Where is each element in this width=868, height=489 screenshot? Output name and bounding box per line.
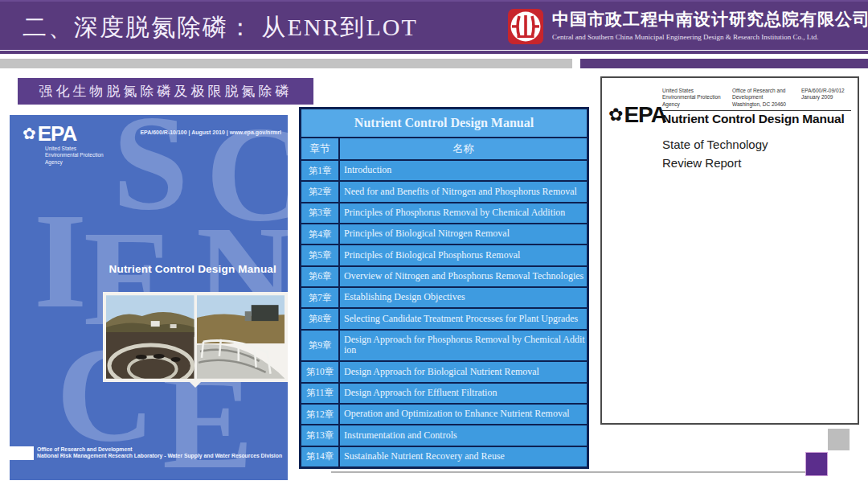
toc-table-title: Nutrient Control Design Manual bbox=[301, 109, 587, 138]
accent-square-gray bbox=[828, 429, 850, 450]
company-brand: 中国市政工程中南设计研究总院有限公司 Central and Southern … bbox=[507, 8, 868, 45]
name-cell: Design Approach for Phosphorus Removal b… bbox=[340, 331, 587, 361]
epa-flower-icon: ✿ bbox=[608, 106, 623, 124]
table-row: 第11章 Design Approach for Effluent Filtra… bbox=[301, 384, 587, 405]
chapter-cell: 第5章 bbox=[301, 245, 340, 265]
report-subtitle: State of Technology Review Report bbox=[662, 136, 768, 172]
chapter-cell: 第2章 bbox=[301, 182, 340, 201]
chapter-cell: 第11章 bbox=[301, 384, 340, 403]
photo-plant-walkway bbox=[197, 295, 285, 379]
name-cell: Selecting Candidate Treatment Processes … bbox=[340, 309, 587, 328]
chapter-cell: 第13章 bbox=[301, 425, 340, 445]
epa-wordmark: EPA bbox=[624, 104, 666, 126]
table-row: 第4章 Principles of Biological Nitrogen Re… bbox=[301, 224, 587, 245]
cover-photos bbox=[103, 292, 288, 382]
name-cell: Design Approach for Biological Nutrient … bbox=[340, 362, 587, 381]
company-name-en: Central and Southern China Municipal Eng… bbox=[552, 33, 868, 41]
chapter-cell: 第6章 bbox=[301, 267, 340, 286]
name-cell: Establishing Design Objectives bbox=[340, 288, 587, 307]
report-meta-office: Office of Research and Development Washi… bbox=[732, 88, 786, 108]
table-row: 第14章 Sustainable Nutrient Recovery and R… bbox=[301, 447, 587, 466]
name-cell: Principles of Biological Phosphorus Remo… bbox=[340, 245, 587, 265]
divider-bar-gray bbox=[0, 59, 572, 68]
epa-logo-black: ✿ EPA bbox=[608, 104, 666, 126]
report-meta-docnumber: EPA/600/R-09/012 January 2009 bbox=[801, 88, 845, 101]
table-row: 第6章 Overview of Nitrogen and Phosphorus … bbox=[301, 267, 587, 288]
col-header-chapter: 章节 bbox=[301, 138, 340, 159]
name-cell: Principles of Biological Nitrogen Remova… bbox=[340, 224, 587, 244]
company-logo-icon bbox=[507, 8, 544, 45]
cover-doc-ref: EPA/600/R-10/100 | August 2010 | www.epa… bbox=[140, 129, 281, 135]
epa-wordmark: EPA bbox=[38, 123, 77, 144]
chapter-cell: 第4章 bbox=[301, 224, 340, 244]
epa-manual-cover: SCIENCE ✿ EPA United States Environmenta… bbox=[10, 115, 288, 480]
divider-bar-purple bbox=[580, 59, 868, 68]
company-name: 中国市政工程中南设计研究总院有限公司 Central and Southern … bbox=[552, 8, 868, 41]
chapter-cell: 第9章 bbox=[301, 331, 340, 361]
table-row: 第8章 Selecting Candidate Treatment Proces… bbox=[301, 309, 587, 330]
header-rule bbox=[0, 51, 868, 54]
name-cell: Instrumentation and Controls bbox=[340, 425, 587, 445]
cover-footer-text: Office of Research and Development Natio… bbox=[37, 446, 282, 460]
epa-agency-lines: United States Environmental Protection A… bbox=[45, 146, 104, 166]
chapter-cell: 第1章 bbox=[301, 161, 340, 180]
company-name-cn: 中国市政工程中南设计研究总院有限公司 bbox=[552, 8, 868, 31]
table-row: 第7章 Establishing Design Objectives bbox=[301, 288, 587, 309]
section-label: 强化生物脱氮除磷及极限脱氮除磷 bbox=[18, 78, 313, 105]
name-cell: Overview of Nitrogen and Phosphorus Remo… bbox=[340, 267, 587, 286]
epa-flower-icon: ✿ bbox=[23, 125, 36, 142]
table-row: 第2章 Need for and Benefits of Nitrogen an… bbox=[301, 182, 587, 203]
accent-square-purple bbox=[805, 452, 828, 476]
name-cell: Sustainable Nutrient Recovery and Reuse bbox=[340, 447, 587, 466]
table-row: 第9章 Design Approach for Phosphorus Remov… bbox=[301, 331, 587, 363]
toc-table-header-row: 章节 名称 bbox=[301, 138, 587, 161]
table-row: 第3章 Principles of Phosphorus Removal by … bbox=[301, 203, 587, 224]
cover-photos-notch bbox=[188, 380, 203, 388]
name-cell: Introduction bbox=[340, 161, 587, 180]
report-rule bbox=[662, 110, 851, 111]
chapter-cell: 第14章 bbox=[301, 447, 340, 466]
watermark-letter: I bbox=[34, 192, 87, 329]
presentation-slide: 二、深度脱氮除磷： 从ENR到LOT 中国市政工程中南设计研究总院有限公司 Ce… bbox=[0, 0, 868, 489]
name-cell: Principles of Phosphorus Removal by Chem… bbox=[340, 203, 587, 223]
chapter-cell: 第10章 bbox=[301, 362, 340, 381]
chapter-cell: 第8章 bbox=[301, 309, 340, 328]
name-cell: Design Approach for Effluent Filtration bbox=[340, 384, 587, 403]
cover-footer-bar bbox=[10, 446, 34, 460]
photo-oxidation-ditch bbox=[106, 295, 194, 379]
report-title: Nutrient Control Design Manual bbox=[662, 112, 845, 126]
table-row: 第13章 Instrumentation and Controls bbox=[301, 425, 587, 446]
header-band: 二、深度脱氮除磷： 从ENR到LOT 中国市政工程中南设计研究总院有限公司 Ce… bbox=[0, 0, 868, 50]
name-cell: Need for and Benefits of Nitrogen and Ph… bbox=[340, 182, 587, 201]
toc-table: Nutrient Control Design Manual 章节 名称 第1章… bbox=[299, 107, 589, 469]
chapter-cell: 第3章 bbox=[301, 203, 340, 223]
chapter-cell: 第7章 bbox=[301, 288, 340, 307]
report-page: United States Environmental Protection A… bbox=[600, 76, 859, 425]
cover-title: Nutrient Control Design Manual bbox=[109, 263, 277, 275]
report-meta-agency: United States Environmental Protection A… bbox=[662, 88, 721, 108]
table-row: 第1章 Introduction bbox=[301, 161, 587, 182]
table-row: 第5章 Principles of Biological Phosphorus … bbox=[301, 245, 587, 266]
table-row: 第12章 Operation and Optimization to Enhan… bbox=[301, 405, 587, 425]
name-cell: Operation and Optimization to Enhance Nu… bbox=[340, 405, 587, 424]
table-row: 第10章 Design Approach for Biological Nutr… bbox=[301, 362, 587, 383]
epa-logo-white: ✿ EPA United States Environmental Protec… bbox=[23, 123, 104, 166]
col-header-name: 名称 bbox=[340, 138, 587, 159]
table-shadow-line bbox=[331, 471, 806, 473]
slide-title: 二、深度脱氮除磷： 从ENR到LOT bbox=[23, 11, 418, 44]
chapter-cell: 第12章 bbox=[301, 405, 340, 424]
